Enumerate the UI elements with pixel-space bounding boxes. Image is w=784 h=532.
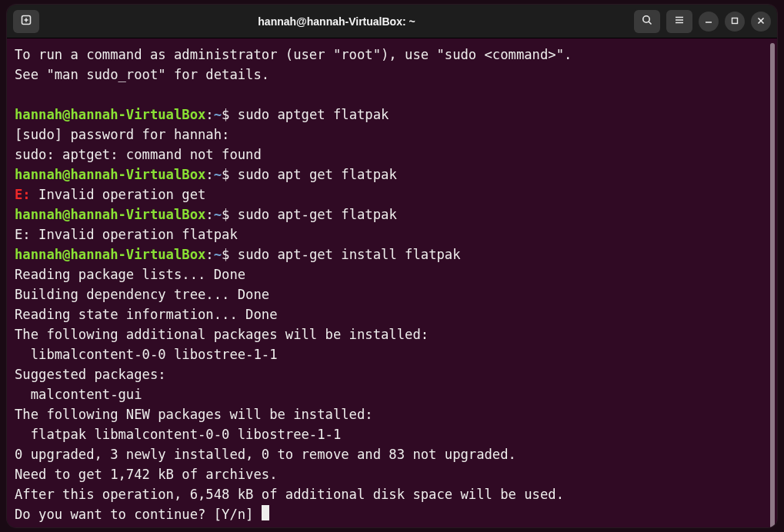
titlebar: hannah@hannah-VirtualBox: ~ [7,5,777,38]
output-line: The following NEW packages will be insta… [15,407,373,422]
new-tab-icon [20,14,32,29]
prompt-path: ~ [214,107,222,122]
output-line: See "man sudo_root" for details. [15,67,269,82]
prompt-user-host: hannah@hannah-VirtualBox [15,207,205,222]
command-text: sudo apt-get flatpak [229,207,396,222]
titlebar-left [13,10,39,33]
output-line: To run a command as administrator (user … [15,47,572,62]
prompt-user-host: hannah@hannah-VirtualBox [15,107,205,122]
titlebar-right [634,10,771,33]
prompt-path: ~ [214,247,222,262]
output-line: 0 upgraded, 3 newly installed, 0 to remo… [15,447,516,462]
svg-line-4 [649,22,651,24]
prompt-symbol: $ [222,167,229,182]
output-line: sudo: aptget: command not found [15,147,262,162]
output-line: Suggested packages: [15,367,166,382]
terminal-body[interactable]: To run a command as administrator (user … [7,38,777,527]
output-line: malcontent-gui [15,387,142,402]
prompt-separator: : [205,107,213,122]
maximize-icon [730,14,739,28]
prompt-symbol: $ [222,107,229,122]
prompt-path: ~ [214,207,222,222]
scrollbar[interactable] [770,43,775,527]
maximize-button[interactable] [725,12,745,32]
command-text: sudo apt-get install flatpak [229,247,460,262]
search-button[interactable] [634,10,660,33]
prompt-separator: : [205,207,213,222]
output-line: Reading state information... Done [15,307,277,322]
svg-rect-9 [732,18,738,24]
output-line: [sudo] password for hannah: [15,127,238,142]
svg-point-3 [643,15,649,22]
prompt-user-host: hannah@hannah-VirtualBox [15,167,205,182]
output-line: libmalcontent-0-0 libostree-1-1 [15,347,277,362]
prompt-separator: : [205,167,213,182]
output-line: Building dependency tree... Done [15,287,269,302]
prompt-symbol: $ [222,247,229,262]
command-text: sudo aptget flatpak [229,107,389,122]
search-icon [641,14,653,29]
output-line: Reading package lists... Done [15,267,245,282]
prompt-user-host: hannah@hannah-VirtualBox [15,247,205,262]
output-line: E: Invalid operation flatpak [15,227,238,242]
terminal-window: hannah@hannah-VirtualBox: ~ [7,5,777,527]
output-line: flatpak libmalcontent-0-0 libostree-1-1 [15,427,341,442]
command-text: sudo apt get flatpak [229,167,396,182]
prompt: hannah@hannah-VirtualBox:~$ [15,107,229,122]
hamburger-icon [673,14,686,29]
output-line: After this operation, 6,548 kB of additi… [15,487,564,502]
minimize-icon [704,14,713,28]
error-label: E: [15,187,31,202]
menu-button[interactable] [666,10,692,33]
minimize-button[interactable] [699,12,719,32]
prompt-path: ~ [214,167,222,182]
terminal-content[interactable]: To run a command as administrator (user … [15,45,769,524]
prompt: hannah@hannah-VirtualBox:~$ [15,207,229,222]
cursor [262,505,269,520]
output-line: Do you want to continue? [Y/n] [15,507,262,522]
prompt-separator: : [205,247,213,262]
prompt-symbol: $ [222,207,229,222]
new-tab-button[interactable] [13,10,39,33]
prompt: hannah@hannah-VirtualBox:~$ [15,167,229,182]
output-line: Need to get 1,742 kB of archives. [15,467,277,482]
output-line: The following additional packages will b… [15,327,429,342]
error-message: Invalid operation get [31,187,206,202]
close-button[interactable] [751,12,771,32]
window-title: hannah@hannah-VirtualBox: ~ [44,15,629,28]
close-icon [756,14,766,28]
prompt: hannah@hannah-VirtualBox:~$ [15,247,229,262]
